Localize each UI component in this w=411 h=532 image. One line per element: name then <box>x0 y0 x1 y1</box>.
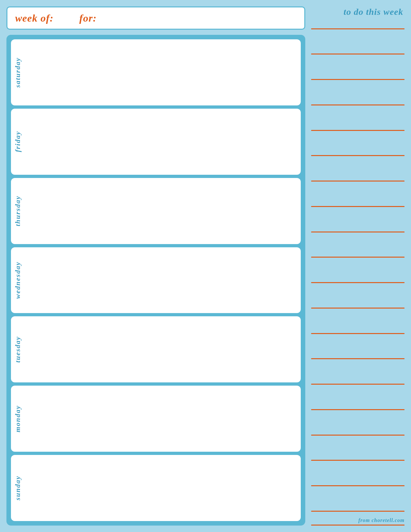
todo-line-5 <box>311 123 405 131</box>
todo-line-8 <box>311 200 405 207</box>
day-box-sunday: sunday <box>11 455 301 521</box>
day-label-friday: friday <box>11 109 24 175</box>
todo-line-14 <box>311 352 405 359</box>
day-box-saturday: saturday <box>11 39 301 105</box>
footer-line <box>311 525 405 526</box>
day-label-thursday: thursday <box>11 178 24 244</box>
day-label-monday: monday <box>11 386 24 452</box>
todo-line-1 <box>311 22 405 29</box>
day-box-thursday: thursday <box>11 178 301 244</box>
todo-title: TO DO THiS weeK <box>311 6 405 17</box>
day-content-wednesday[interactable] <box>24 247 301 313</box>
todo-line-2 <box>311 47 405 54</box>
for-label: for: <box>79 12 97 24</box>
day-box-monday: monday <box>11 386 301 452</box>
footer-text: from choretell.com <box>311 517 405 523</box>
todo-line-19 <box>311 479 405 486</box>
todo-line-13 <box>311 327 405 334</box>
day-content-tuesday[interactable] <box>24 316 301 382</box>
todo-line-9 <box>311 225 405 232</box>
left-column: week of: for: saturday friday thursday w… <box>6 6 305 526</box>
todo-line-7 <box>311 174 405 182</box>
todo-line-16 <box>311 403 405 410</box>
days-container: saturday friday thursday wednesday tuesd… <box>6 35 305 526</box>
todo-line-4 <box>311 98 405 105</box>
todo-lines-container <box>311 22 405 515</box>
todo-line-18 <box>311 453 405 461</box>
day-content-saturday[interactable] <box>24 39 301 105</box>
todo-line-17 <box>311 428 405 436</box>
todo-line-15 <box>311 377 405 385</box>
todo-line-11 <box>311 276 405 283</box>
todo-line-12 <box>311 301 405 309</box>
day-content-monday[interactable] <box>24 386 301 452</box>
day-label-saturday: saturday <box>11 39 24 105</box>
day-box-friday: friday <box>11 109 301 175</box>
day-content-sunday[interactable] <box>24 455 301 521</box>
header-box: week of: for: <box>6 6 305 30</box>
day-content-thursday[interactable] <box>24 178 301 244</box>
day-box-wednesday: wednesday <box>11 247 301 313</box>
day-label-wednesday: wednesday <box>11 247 24 313</box>
todo-line-20 <box>311 504 405 512</box>
day-content-friday[interactable] <box>24 109 301 175</box>
todo-line-3 <box>311 73 405 80</box>
day-label-sunday: sunday <box>11 455 24 521</box>
todo-line-10 <box>311 250 405 258</box>
day-label-tuesday: tuesday <box>11 316 24 382</box>
todo-line-6 <box>311 149 405 156</box>
right-column: TO DO THiS weeK from choretell.com <box>311 6 405 526</box>
week-of-label: week of: <box>15 12 54 24</box>
day-box-tuesday: tuesday <box>11 316 301 382</box>
page: week of: for: saturday friday thursday w… <box>0 0 411 532</box>
